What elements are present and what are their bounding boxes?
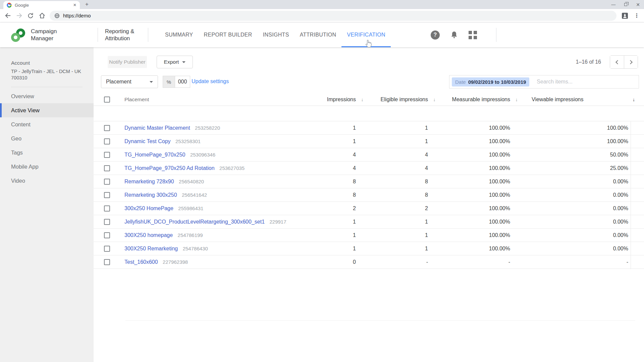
row-checkbox[interactable] xyxy=(104,138,110,144)
table-row: JellyfishUK_DCO_ProductLevelRetargeting_… xyxy=(94,215,644,229)
sidebar-item-tags[interactable]: Tags xyxy=(0,145,94,160)
reload-button[interactable] xyxy=(25,10,36,21)
column-header-viewable-impressions[interactable]: Viewable impressions xyxy=(522,97,631,103)
tab-report-builder[interactable]: REPORT BUILDER xyxy=(199,22,258,47)
window-close-button[interactable]: ✕ xyxy=(636,2,640,7)
row-checkbox[interactable] xyxy=(104,205,110,212)
placement-link[interactable]: 300X250 homepage xyxy=(124,232,173,238)
impressions-value: 0 xyxy=(287,259,357,265)
eligible-impressions-value: 1 xyxy=(367,138,429,144)
placement-link[interactable]: TG_HomePage_970x250 Ad Rotation xyxy=(124,165,215,171)
column-header-measurable-impressions[interactable]: Measurable impressions xyxy=(439,97,512,103)
window-minimize-button[interactable]: — xyxy=(611,2,615,7)
eligible-impressions-value: 8 xyxy=(367,192,429,198)
update-settings-link[interactable]: Update settings xyxy=(192,78,229,84)
product-name: Reporting & Attribution xyxy=(105,28,134,42)
pagination-range: 1–16 of 16 xyxy=(576,59,601,65)
measurable-impressions-value: - xyxy=(439,259,512,265)
measurable-impressions-value: 100.00% xyxy=(439,219,512,225)
tab-close-icon[interactable]: ✕ xyxy=(73,3,76,7)
window-restore-button[interactable] xyxy=(624,3,627,6)
impressions-value: 1 xyxy=(287,138,357,144)
search-input[interactable] xyxy=(529,79,639,85)
viewable-impressions-value: 50.00% xyxy=(522,152,631,158)
sidebar-item-geo[interactable]: Geo xyxy=(0,131,94,145)
back-button[interactable] xyxy=(2,10,13,21)
column-header-placement[interactable]: Placement xyxy=(120,97,287,103)
viewable-impressions-value: - xyxy=(522,259,631,265)
browser-toolbar: https://demo ⋮ xyxy=(0,9,644,22)
new-tab-button[interactable]: + xyxy=(85,1,89,8)
tab-attribution[interactable]: ATTRIBUTION xyxy=(294,22,342,47)
viewable-impressions-value: 100.00% xyxy=(522,125,631,131)
sidebar-item-video[interactable]: Video xyxy=(0,174,94,188)
row-checkbox[interactable] xyxy=(104,165,110,171)
address-bar[interactable]: https://demo xyxy=(50,11,616,21)
apps-grid-icon[interactable] xyxy=(469,31,477,39)
row-checkbox[interactable] xyxy=(104,219,110,225)
placement-link[interactable]: 300x250 HomePage xyxy=(124,205,173,211)
select-all-checkbox[interactable] xyxy=(104,97,110,103)
row-checkbox[interactable] xyxy=(104,179,110,185)
eligible-impressions-value: 1 xyxy=(367,232,429,238)
export-button[interactable]: Export xyxy=(157,56,193,68)
sidebar-item-overview[interactable]: Overview xyxy=(0,89,94,103)
row-checkbox[interactable] xyxy=(104,125,110,131)
row-checkbox[interactable] xyxy=(104,192,110,198)
placement-link[interactable]: Dynamic Master Placement xyxy=(124,125,190,131)
date-range-chip[interactable]: Date 09/02/2019 to 10/03/2019 xyxy=(452,77,529,86)
google-favicon-icon xyxy=(7,3,12,8)
row-checkbox[interactable] xyxy=(104,259,110,265)
row-checkbox[interactable] xyxy=(104,232,110,238)
sort-icon-measurable-impressions[interactable]: ↓ xyxy=(512,97,522,102)
sort-icon-eligible-impressions[interactable]: ↓ xyxy=(429,97,439,102)
viewable-impressions-value: 100.00% xyxy=(522,138,631,144)
measurable-impressions-value: 100.00% xyxy=(439,232,512,238)
browser-tab[interactable]: Google ✕ xyxy=(3,1,80,9)
placement-link[interactable]: JellyfishUK_DCO_ProductLevelRetargeting_… xyxy=(124,219,265,225)
site-globe-icon xyxy=(54,13,60,18)
notifications-bell-icon[interactable] xyxy=(450,31,458,39)
browser-menu-icon[interactable]: ⋮ xyxy=(634,12,639,19)
column-header-impressions[interactable]: Impressions xyxy=(287,97,357,103)
next-page-button[interactable] xyxy=(624,56,638,68)
notify-publisher-button[interactable]: Notify Publisher xyxy=(108,56,147,68)
row-checkbox[interactable] xyxy=(104,246,110,252)
main-content: Notify Publisher Export 1–16 of 16 Place… xyxy=(94,47,644,362)
profile-badge-icon[interactable] xyxy=(621,12,629,19)
help-icon[interactable]: ? xyxy=(431,31,440,40)
viewable-impressions-value: 0.00% xyxy=(522,246,631,252)
placement-link[interactable]: TG_HomePage_970x250 xyxy=(124,152,185,158)
tab-summary[interactable]: SUMMARY xyxy=(160,22,199,47)
impressions-value: 1 xyxy=(287,125,357,131)
app-header: Campaign Manager Reporting & Attribution… xyxy=(0,22,644,47)
percent-threshold-input[interactable]: 000 xyxy=(175,76,190,88)
sidebar: Account TP - JellyTrain - JEL - DCM - UK… xyxy=(0,47,94,362)
placement-link[interactable]: Test_160x600 xyxy=(124,259,158,265)
forward-button[interactable] xyxy=(13,10,25,21)
placement-id: 255986431 xyxy=(178,205,203,211)
sort-icon-viewable-impressions[interactable]: ↓ xyxy=(631,97,644,102)
placement-link[interactable]: 300X250 Remarketing xyxy=(124,246,178,251)
sidebar-item-mobile-app[interactable]: Mobile App xyxy=(0,160,94,174)
table-row: Remarketing 728x90 256540820 8 8 100.00%… xyxy=(94,175,644,188)
table-row: Dynamic Test Copy 253258301 1 1 100.00% … xyxy=(94,135,644,148)
eligible-impressions-value: 1 xyxy=(367,219,429,225)
search-field[interactable]: Date 09/02/2019 to 10/03/2019 xyxy=(449,75,639,88)
dimension-dropdown[interactable]: Placement xyxy=(101,75,158,88)
placement-link[interactable]: Remarketing 300x250 xyxy=(124,192,177,198)
column-header-eligible-impressions[interactable]: Eligible impressions xyxy=(367,97,429,103)
tab-insights[interactable]: INSIGHTS xyxy=(258,22,294,47)
sidebar-item-active-view[interactable]: Active View xyxy=(0,103,94,117)
placement-id: 254786199 xyxy=(178,232,203,238)
placement-link[interactable]: Dynamic Test Copy xyxy=(124,138,171,144)
measurable-impressions-value: 100.00% xyxy=(439,192,512,198)
sort-icon-impressions[interactable]: ↓ xyxy=(357,97,367,102)
row-checkbox[interactable] xyxy=(104,152,110,158)
table-row: TG_HomePage_970x250 253096346 4 4 100.00… xyxy=(94,148,644,162)
viewable-impressions-value: 25.00% xyxy=(522,165,631,171)
prev-page-button[interactable] xyxy=(610,56,624,68)
sidebar-item-content[interactable]: Content xyxy=(0,117,94,131)
home-button[interactable] xyxy=(36,10,48,21)
placement-link[interactable]: Remarketing 728x90 xyxy=(124,179,174,184)
